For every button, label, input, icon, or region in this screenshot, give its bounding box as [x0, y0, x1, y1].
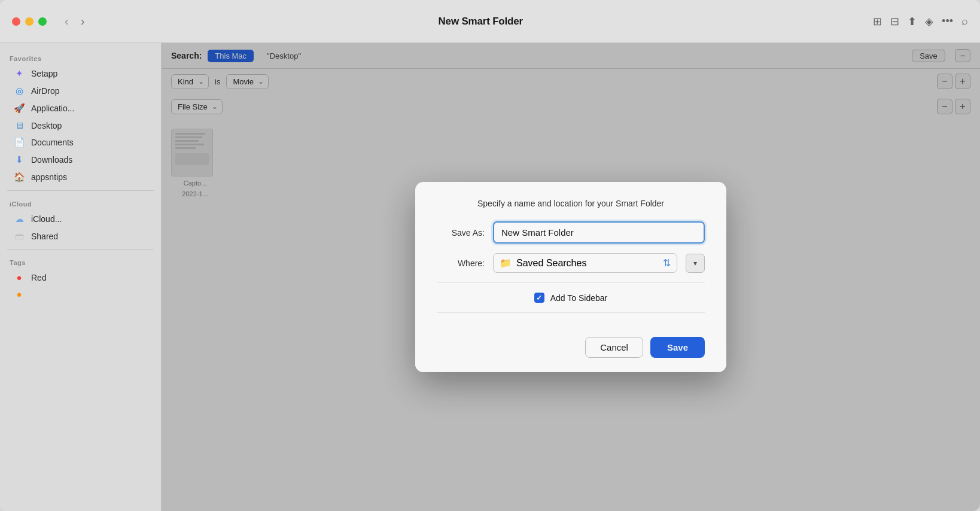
where-field: Where: 📁 Saved Searches ⇅ ▾	[437, 253, 705, 273]
sidebar-item-icloud[interactable]: ☁ iCloud...	[4, 211, 157, 227]
content-area: Favorites ✦ Setapp ◎ AirDrop 🚀 Applicati…	[0, 43, 980, 511]
more-icon[interactable]: •••	[942, 15, 953, 28]
modal-body: Specify a name and location for your Sma…	[415, 182, 726, 327]
modal-divider-bottom	[437, 312, 705, 313]
sidebar-item-tag-orange[interactable]: ●	[4, 286, 157, 302]
sidebar-label-icloud: iCloud...	[31, 214, 62, 224]
desktop-icon: 🖥	[13, 120, 25, 130]
save-button[interactable]: Save	[650, 337, 705, 358]
sidebar-divider-1	[7, 190, 154, 191]
back-button[interactable]: ‹	[61, 12, 72, 31]
tags-section-label: Tags	[0, 254, 161, 269]
close-button[interactable]	[12, 17, 20, 26]
sidebar-label-desktop: Desktop	[31, 121, 62, 130]
sidebar-item-applications[interactable]: 🚀 Applicatio...	[4, 100, 157, 117]
sidebar-item-desktop[interactable]: 🖥 Desktop	[4, 117, 157, 133]
cancel-button[interactable]: Cancel	[585, 337, 643, 358]
favorites-section-label: Favorites	[0, 50, 161, 65]
modal-title: Specify a name and location for your Sma…	[437, 199, 705, 208]
save-as-input[interactable]	[493, 221, 705, 244]
sidebar-item-airdrop[interactable]: ◎ AirDrop	[4, 83, 157, 99]
search-icon[interactable]: ⌕	[961, 15, 968, 28]
add-to-sidebar-label: Add To Sidebar	[550, 293, 607, 303]
minimize-button[interactable]	[25, 17, 34, 26]
toolbar-right: ⊞ ⊟ ⬆ ◈ ••• ⌕	[873, 15, 968, 28]
sidebar-label-appsntips: appsntips	[31, 172, 67, 182]
grid-icon[interactable]: ⊟	[890, 15, 899, 28]
save-as-field: Save As:	[437, 221, 705, 244]
folder-icon: 📁	[500, 257, 512, 269]
add-to-sidebar-checkbox[interactable]: ✓	[534, 293, 544, 303]
documents-icon: 📄	[13, 137, 25, 148]
chevron-down-icon: ▾	[693, 259, 697, 267]
tag-icon[interactable]: ◈	[925, 15, 933, 28]
downloads-icon: ⬇	[13, 154, 25, 165]
modal-overlay: Specify a name and location for your Sma…	[162, 43, 980, 511]
view-icon[interactable]: ⊞	[873, 15, 882, 28]
finder-window: ‹ › New Smart Folder ⊞ ⊟ ⬆ ◈ ••• ⌕ Favor…	[0, 0, 980, 511]
where-value-label: Saved Searches	[516, 258, 586, 269]
where-select[interactable]: 📁 Saved Searches ⇅	[493, 253, 677, 273]
icloud-icon: ☁	[13, 214, 25, 224]
airdrop-icon: ◎	[13, 86, 25, 96]
icloud-section-label: iCloud	[0, 196, 161, 210]
sidebar-divider-2	[7, 249, 154, 250]
sidebar: Favorites ✦ Setapp ◎ AirDrop 🚀 Applicati…	[0, 43, 162, 511]
sidebar-item-shared[interactable]: 🗃 Shared	[4, 228, 157, 244]
tag-red-icon: ●	[13, 272, 25, 282]
appsntips-icon: 🏠	[13, 172, 25, 182]
sidebar-label-downloads: Downloads	[31, 155, 72, 165]
sidebar-label-applications: Applicatio...	[31, 104, 74, 113]
main-content: Search: This Mac "Desktop" Save − Kind i…	[162, 43, 980, 511]
where-label: Where:	[437, 258, 485, 268]
sidebar-item-downloads[interactable]: ⬇ Downloads	[4, 151, 157, 168]
title-bar: ‹ › New Smart Folder ⊞ ⊟ ⬆ ◈ ••• ⌕	[0, 0, 980, 43]
sidebar-label-shared: Shared	[31, 232, 58, 241]
share-icon[interactable]: ⬆	[908, 15, 917, 28]
add-to-sidebar-row: ✓ Add To Sidebar	[437, 293, 705, 303]
setapp-icon: ✦	[13, 68, 25, 79]
modal-buttons: Cancel Save	[415, 327, 726, 372]
modal-divider-top	[437, 282, 705, 283]
window-title: New Smart Folder	[98, 16, 863, 28]
checkbox-check-icon: ✓	[536, 294, 542, 302]
where-disclosure-button[interactable]: ▾	[686, 254, 705, 273]
maximize-button[interactable]	[38, 17, 47, 26]
sidebar-label-airdrop: AirDrop	[31, 86, 59, 96]
sidebar-item-setapp[interactable]: ✦ Setapp	[4, 65, 157, 82]
sidebar-item-tag-red[interactable]: ● Red	[4, 269, 157, 285]
shared-icon: 🗃	[13, 231, 25, 241]
sidebar-label-setapp: Setapp	[31, 69, 57, 78]
applications-icon: 🚀	[13, 103, 25, 114]
sidebar-item-appsntips[interactable]: 🏠 appsntips	[4, 169, 157, 185]
tag-orange-icon: ●	[13, 289, 25, 299]
sidebar-label-documents: Documents	[31, 138, 74, 147]
sidebar-item-documents[interactable]: 📄 Documents	[4, 134, 157, 151]
where-spinner-icon: ⇅	[663, 257, 671, 269]
traffic-lights	[12, 17, 47, 26]
nav-buttons: ‹ ›	[61, 12, 88, 31]
save-as-label: Save As:	[437, 228, 485, 238]
sidebar-label-tag-red: Red	[31, 273, 47, 282]
save-smart-folder-dialog: Specify a name and location for your Sma…	[415, 182, 726, 372]
forward-button[interactable]: ›	[77, 12, 89, 31]
